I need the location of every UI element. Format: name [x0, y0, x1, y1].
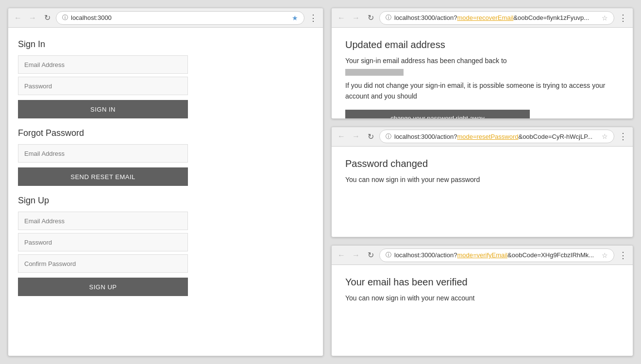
- forward-button-r3[interactable]: →: [350, 249, 362, 261]
- url-rest-r2: &oobCode=CyR-hWcjLP...: [518, 133, 592, 140]
- url-rest-r3: &oobCode=XHg9FcbzIRhMk...: [507, 251, 594, 259]
- browser-chrome-right-2: ← → ↻ ⓘ localhost:3000/action?mode=reset…: [332, 127, 633, 147]
- right-browser-window-3: ← → ↻ ⓘ localhost:3000/action?mode=verif…: [331, 245, 633, 356]
- right-browser-window-1: ← → ↻ ⓘ localhost:3000/action?mode=recov…: [331, 8, 633, 119]
- star-icon-r2: ☆: [602, 132, 608, 140]
- sign-in-section: Sign In SIGN IN: [18, 39, 313, 118]
- url-highlight-r3: mode=verifyEmail: [457, 251, 507, 259]
- forward-button-left[interactable]: →: [27, 12, 38, 24]
- browser-chrome-right-1: ← → ↻ ⓘ localhost:3000/action?mode=recov…: [332, 8, 633, 28]
- forgot-password-title: Forgot Password: [18, 128, 313, 138]
- info-icon-r1: ⓘ: [386, 14, 391, 22]
- panel-1-text2: If you did not change your sign-in email…: [345, 80, 619, 102]
- menu-button-r2[interactable]: ⋮: [617, 131, 629, 142]
- url-text-left: localhost:3000: [71, 14, 289, 21]
- info-icon-r2: ⓘ: [386, 132, 391, 141]
- panel-3-text1: You can now sign in with your new accoun…: [345, 293, 619, 303]
- sign-up-button[interactable]: SIGN UP: [18, 278, 188, 296]
- forgot-password-email-input[interactable]: [18, 144, 188, 163]
- redacted-email: [345, 69, 404, 76]
- menu-button-r3[interactable]: ⋮: [617, 249, 629, 261]
- address-bar-r1[interactable]: ⓘ localhost:3000/action?mode=recoverEmai…: [379, 11, 614, 25]
- right-browser-window-2: ← → ↻ ⓘ localhost:3000/action?mode=reset…: [331, 127, 633, 238]
- star-icon-r3: ☆: [602, 251, 608, 259]
- url-text-r3: localhost:3000/action?mode=verifyEmail&o…: [394, 251, 599, 259]
- reload-button-r3[interactable]: ↻: [365, 249, 376, 261]
- url-text-r1: localhost:3000/action?mode=recoverEmail&…: [394, 14, 599, 21]
- sign-up-confirm-input[interactable]: [18, 254, 188, 273]
- url-text-r2: localhost:3000/action?mode=resetPassword…: [394, 133, 599, 140]
- panel-1-text1: Your sign-in email address has been chan…: [345, 55, 619, 77]
- sign-in-email-input[interactable]: [18, 55, 188, 74]
- menu-button-r1[interactable]: ⋮: [617, 12, 629, 24]
- url-plain-r2: localhost:3000/action?: [394, 133, 457, 140]
- url-plain-r3: localhost:3000/action?: [394, 251, 457, 259]
- forward-button-r2[interactable]: →: [350, 131, 362, 142]
- sign-up-email-input[interactable]: [18, 212, 188, 230]
- url-highlight-r1: mode=recoverEmail: [457, 14, 513, 21]
- url-rest-r1: &oobCode=fiynk1zFyuvp...: [513, 14, 589, 21]
- url-highlight-r2: mode=resetPassword: [457, 133, 518, 140]
- star-icon-r1: ☆: [602, 14, 608, 22]
- reload-button-left[interactable]: ↻: [41, 12, 53, 24]
- panel-2-text1: You can now sign in with your new passwo…: [345, 174, 619, 185]
- right-page-content-2: Password changed You can now sign in wit…: [332, 147, 633, 237]
- back-button-r1[interactable]: ←: [336, 12, 347, 24]
- panel-3-heading: Your email has been verified: [345, 277, 619, 288]
- back-button-left[interactable]: ←: [12, 12, 24, 24]
- back-button-r3[interactable]: ←: [336, 249, 347, 261]
- sign-in-button[interactable]: SIGN IN: [18, 100, 188, 118]
- reload-button-r2[interactable]: ↻: [365, 131, 376, 142]
- sign-in-title: Sign In: [18, 39, 313, 50]
- change-password-button[interactable]: change your password right away: [345, 110, 530, 118]
- address-bar-left[interactable]: ⓘ localhost:3000 ★: [56, 11, 304, 25]
- reload-button-r1[interactable]: ↻: [365, 12, 376, 24]
- back-button-r2[interactable]: ←: [336, 131, 347, 142]
- url-plain-r1: localhost:3000/action?: [394, 14, 457, 21]
- address-bar-r2[interactable]: ⓘ localhost:3000/action?mode=resetPasswo…: [379, 130, 614, 143]
- sign-in-password-input[interactable]: [18, 77, 188, 95]
- info-icon-left: ⓘ: [62, 14, 68, 22]
- forgot-password-section: Forgot Password SEND RESET EMAIL: [18, 128, 313, 186]
- forward-button-r1[interactable]: →: [350, 12, 362, 24]
- right-page-content-3: Your email has been verified You can now…: [332, 265, 633, 356]
- right-page-content-1: Updated email address Your sign-in email…: [332, 28, 633, 118]
- panel-1-heading: Updated email address: [345, 39, 619, 50]
- browser-chrome-right-3: ← → ↻ ⓘ localhost:3000/action?mode=verif…: [332, 246, 633, 265]
- info-icon-r3: ⓘ: [386, 251, 391, 259]
- left-browser-window: ← → ↻ ⓘ localhost:3000 ★ ⋮ Sign In SIGN …: [8, 8, 323, 356]
- sign-up-password-input[interactable]: [18, 233, 188, 251]
- send-reset-email-button[interactable]: SEND RESET EMAIL: [18, 167, 188, 186]
- right-column: ← → ↻ ⓘ localhost:3000/action?mode=recov…: [331, 8, 633, 356]
- star-icon-left: ★: [292, 14, 298, 22]
- panel-2-heading: Password changed: [345, 158, 619, 169]
- left-page-content: Sign In SIGN IN Forgot Password SEND RES…: [8, 28, 323, 356]
- address-bar-r3[interactable]: ⓘ localhost:3000/action?mode=verifyEmail…: [379, 248, 614, 262]
- menu-button-left[interactable]: ⋮: [307, 12, 319, 24]
- browser-chrome-left: ← → ↻ ⓘ localhost:3000 ★ ⋮: [8, 8, 323, 28]
- sign-up-section: Sign Up SIGN UP: [18, 196, 313, 296]
- sign-up-title: Sign Up: [18, 196, 313, 206]
